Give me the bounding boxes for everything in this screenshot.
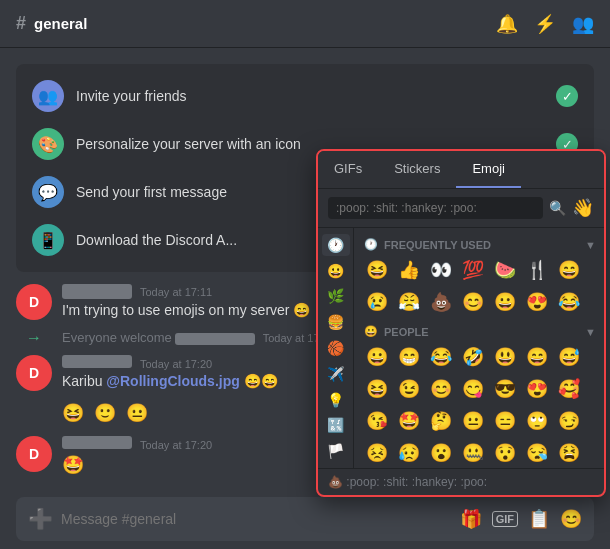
emoji-cell[interactable]: 😀 <box>362 342 392 372</box>
emoji-picker: GIFs Stickers Emoji 🔍 👋 🕐 😀 🌿 🍔 🏀 ✈️ 💡 🔣… <box>316 149 606 497</box>
emoji-cell[interactable]: 🤩 <box>394 406 424 436</box>
msg-time-3: Today at 17:20 <box>140 439 212 451</box>
system-text-1: Everyone welcome Today at 17:19 <box>62 330 335 345</box>
boost-icon[interactable]: ⚡ <box>534 13 556 35</box>
emoji-cell[interactable]: 🥰 <box>554 374 584 404</box>
emoji-cell[interactable]: 😪 <box>522 438 552 468</box>
input-toolbar: 🎁 GIF 📋 😊 <box>460 508 582 530</box>
emoji-cell[interactable]: 🍴 <box>522 255 552 285</box>
category-activities[interactable]: 🏀 <box>322 337 350 359</box>
emoji-cell[interactable]: 😤 <box>394 287 424 317</box>
add-attachment-button[interactable]: ➕ <box>28 507 53 531</box>
emoji-cell[interactable]: 🤣 <box>458 342 488 372</box>
emoji-footer-preview-icon: 💩 <box>328 475 343 489</box>
wave-emoji: 👋 <box>572 197 594 219</box>
emoji-cell[interactable]: 😮 <box>426 438 456 468</box>
emoji-cell[interactable]: 😯 <box>490 438 520 468</box>
category-food[interactable]: 🍔 <box>322 311 350 333</box>
emoji-cell[interactable]: 🤔 <box>426 406 456 436</box>
tab-gifs[interactable]: GIFs <box>318 151 378 188</box>
emoji-cell[interactable]: 😑 <box>490 406 520 436</box>
emoji-cell[interactable]: 😏 <box>554 406 584 436</box>
channel-name: general <box>34 15 87 32</box>
emoji-cell[interactable]: 💯 <box>458 255 488 285</box>
emoji-cell[interactable]: 😥 <box>394 438 424 468</box>
emoji-cell[interactable]: 🙄 <box>522 406 552 436</box>
tab-emoji[interactable]: Emoji <box>456 151 521 188</box>
emoji-footer-text: :poop: :shit: :hankey: :poo: <box>346 475 487 489</box>
emoji-row: 😆 🙂 😐 <box>62 401 148 426</box>
category-recent[interactable]: 🕐 <box>322 234 350 256</box>
gif-button[interactable]: GIF <box>492 511 518 527</box>
category-flags[interactable]: 🏳️ <box>322 440 350 462</box>
message-input-bar: ➕ 🎁 GIF 📋 😊 <box>16 497 594 541</box>
category-nature[interactable]: 🌿 <box>322 286 350 308</box>
gift-icon[interactable]: 🎁 <box>460 508 482 530</box>
emoji-search-bar: 🔍 👋 <box>318 189 604 228</box>
emoji-category-sidebar: 🕐 😀 🌿 🍔 🏀 ✈️ 💡 🔣 🏳️ <box>318 228 354 468</box>
emoji-cell[interactable]: 😃 <box>490 342 520 372</box>
blurred-username <box>175 333 255 345</box>
category-symbols[interactable]: 🔣 <box>322 414 350 436</box>
emoji-cell[interactable]: 😀 <box>490 287 520 317</box>
invite-icon: 👥 <box>32 80 64 112</box>
msg-time-2: Today at 17:20 <box>140 358 212 370</box>
personalize-icon: 🎨 <box>32 128 64 160</box>
emoji-cell[interactable]: 😫 <box>554 438 584 468</box>
emoji-cell[interactable]: 😊 <box>458 287 488 317</box>
emoji-cell[interactable]: 😣 <box>362 438 392 468</box>
mention-rolling: @RollingClouds.jpg <box>106 373 239 389</box>
emoji-cell[interactable]: 💩 <box>426 287 456 317</box>
section-label-people: 😀 PEOPLE ▼ <box>362 321 596 342</box>
channel-hash-icon: # <box>16 13 26 34</box>
section-people-text: PEOPLE <box>384 326 429 338</box>
invite-text: Invite your friends <box>76 88 544 104</box>
sticker-icon[interactable]: 📋 <box>528 508 550 530</box>
emoji-cell[interactable]: 😅 <box>554 342 584 372</box>
section-frequent-icon: 🕐 <box>364 238 378 251</box>
username-2 <box>62 355 132 368</box>
emoji-cell[interactable]: 😂 <box>426 342 456 372</box>
emoji-cell[interactable]: 😂 <box>554 287 584 317</box>
emoji-cell[interactable]: 🍉 <box>490 255 520 285</box>
emoji-cell[interactable]: 😢 <box>362 287 392 317</box>
emoji-cell[interactable]: 👀 <box>426 255 456 285</box>
emoji-grid-area: 🕐 FREQUENTLY USED ▼ 😆 👍 👀 💯 🍉 🍴 😄 😢 😤 💩 … <box>354 228 604 468</box>
emoji-search-input[interactable] <box>328 197 543 219</box>
emoji-cell[interactable]: 😆 <box>362 374 392 404</box>
category-objects[interactable]: 💡 <box>322 389 350 411</box>
emoji-cell[interactable]: 😉 <box>394 374 424 404</box>
emoji-cell[interactable]: 😄 <box>554 255 584 285</box>
emoji-cell[interactable]: 😋 <box>458 374 488 404</box>
members-icon[interactable]: 👥 <box>572 13 594 35</box>
category-travel[interactable]: ✈️ <box>322 363 350 385</box>
emoji-cell[interactable]: 😆 <box>362 255 392 285</box>
emoji-cell[interactable]: 😘 <box>362 406 392 436</box>
tab-stickers[interactable]: Stickers <box>378 151 456 188</box>
emoji-body: 🕐 😀 🌿 🍔 🏀 ✈️ 💡 🔣 🏳️ 🕐 FREQUENTLY USED ▼ … <box>318 228 604 468</box>
emoji-cell[interactable]: 😍 <box>522 287 552 317</box>
emoji-cell[interactable]: 😍 <box>522 374 552 404</box>
emoji-picker-tabs: GIFs Stickers Emoji <box>318 151 604 189</box>
emoji-cell[interactable]: 😐 <box>458 406 488 436</box>
message-icon: 💬 <box>32 176 64 208</box>
emoji-cell[interactable]: 😊 <box>426 374 456 404</box>
emoji-cell[interactable]: 👍 <box>394 255 424 285</box>
section-people-chevron[interactable]: ▼ <box>585 326 596 338</box>
message-input[interactable] <box>61 511 452 527</box>
invite-check: ✓ <box>556 85 578 107</box>
category-people[interactable]: 😀 <box>322 260 350 282</box>
avatar-3: D <box>16 436 52 472</box>
emoji-picker-button[interactable]: 😊 <box>560 508 582 530</box>
emoji-cell[interactable]: 😄 <box>522 342 552 372</box>
emoji-preview-footer: 💩 :poop: :shit: :hankey: :poo: <box>318 468 604 495</box>
emoji-cell[interactable]: 🤐 <box>458 438 488 468</box>
section-frequent-chevron[interactable]: ▼ <box>585 239 596 251</box>
emoji-cell[interactable]: 😎 <box>490 374 520 404</box>
msg-time-1: Today at 17:11 <box>140 286 212 298</box>
section-people-icon: 😀 <box>364 325 378 338</box>
search-icon: 🔍 <box>549 200 566 216</box>
people-emoji-grid: 😀 😁 😂 🤣 😃 😄 😅 😆 😉 😊 😋 😎 😍 🥰 😘 🤩 🤔 😐 😑 <box>362 342 596 468</box>
emoji-cell[interactable]: 😁 <box>394 342 424 372</box>
notifications-icon[interactable]: 🔔 <box>496 13 518 35</box>
